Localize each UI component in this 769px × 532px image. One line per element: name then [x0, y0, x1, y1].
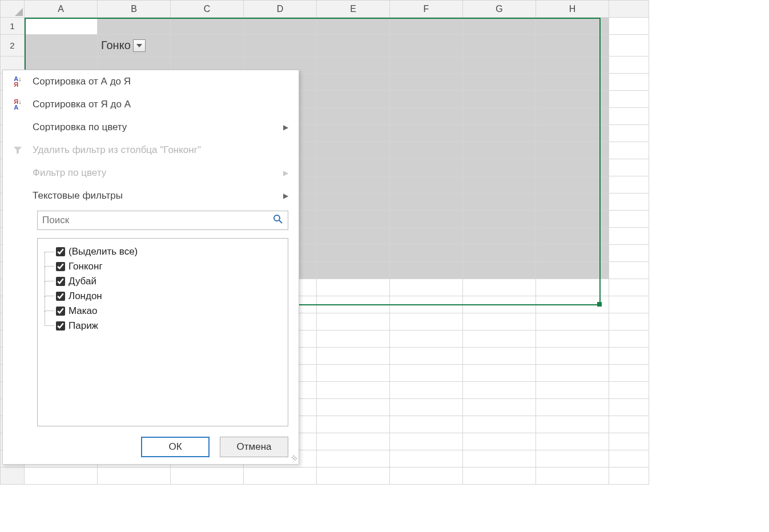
cell-b2[interactable]: Гонко [98, 35, 171, 57]
cell[interactable] [317, 176, 390, 194]
cell[interactable] [390, 467, 463, 485]
cell[interactable] [609, 35, 649, 57]
cell[interactable] [463, 433, 536, 450]
cell[interactable] [317, 245, 390, 262]
cell[interactable] [317, 91, 390, 108]
cancel-button[interactable]: Отмена [220, 437, 288, 457]
cell[interactable] [317, 74, 390, 91]
cell[interactable] [536, 194, 609, 211]
filter-values-panel[interactable]: (Выделить все) Гонконг Дубай Лондон Мака… [37, 238, 288, 426]
cell[interactable] [317, 142, 390, 159]
cell[interactable] [25, 18, 98, 35]
cell[interactable] [390, 194, 463, 211]
cell[interactable] [390, 18, 463, 35]
cell[interactable] [390, 399, 463, 416]
cell[interactable] [609, 91, 649, 108]
cell[interactable] [463, 57, 536, 74]
cell[interactable] [25, 35, 98, 57]
cell[interactable] [463, 159, 536, 176]
checkbox[interactable] [56, 321, 65, 331]
filter-search-box[interactable] [37, 211, 288, 230]
cell[interactable] [609, 108, 649, 125]
cell[interactable] [609, 194, 649, 211]
row-header[interactable]: 2 [1, 35, 25, 57]
cell[interactable] [609, 176, 649, 194]
cell[interactable] [390, 416, 463, 433]
cell[interactable] [463, 245, 536, 262]
cell[interactable] [536, 245, 609, 262]
cell[interactable] [390, 245, 463, 262]
cell[interactable] [609, 57, 649, 74]
cell[interactable] [317, 194, 390, 211]
row-header[interactable]: 1 [1, 18, 25, 35]
cell[interactable] [609, 159, 649, 176]
cell[interactable] [317, 416, 390, 433]
cell[interactable] [463, 18, 536, 35]
cell[interactable] [463, 176, 536, 194]
cell[interactable] [463, 348, 536, 365]
cell[interactable] [390, 262, 463, 279]
col-header[interactable]: D [244, 1, 317, 18]
cell[interactable] [390, 74, 463, 91]
cell[interactable] [536, 57, 609, 74]
cell[interactable] [609, 262, 649, 279]
cell[interactable] [463, 228, 536, 245]
cell[interactable] [536, 399, 609, 416]
cell[interactable] [609, 467, 649, 485]
cell[interactable] [536, 159, 609, 176]
cell[interactable] [463, 211, 536, 228]
cell[interactable] [317, 262, 390, 279]
cell[interactable] [317, 433, 390, 450]
cell[interactable] [463, 399, 536, 416]
cell[interactable] [609, 331, 649, 348]
cell[interactable] [244, 18, 317, 35]
cell[interactable] [609, 74, 649, 91]
cell[interactable] [463, 279, 536, 296]
cell[interactable] [463, 108, 536, 125]
cell[interactable] [317, 35, 390, 57]
cell[interactable] [609, 313, 649, 331]
cell[interactable] [244, 467, 317, 485]
cell[interactable] [463, 91, 536, 108]
cell[interactable] [536, 176, 609, 194]
cell[interactable] [171, 467, 244, 485]
cell[interactable] [390, 57, 463, 74]
cell[interactable] [609, 365, 649, 382]
cell[interactable] [609, 279, 649, 296]
cell[interactable] [536, 125, 609, 142]
cell[interactable] [536, 296, 609, 313]
cell[interactable] [317, 108, 390, 125]
filter-item[interactable]: Лондон [42, 289, 283, 304]
cell[interactable] [536, 211, 609, 228]
cell[interactable] [390, 142, 463, 159]
cell[interactable] [463, 382, 536, 399]
cell[interactable] [390, 331, 463, 348]
sort-by-color[interactable]: Сортировка по цвету ▶ [3, 116, 299, 139]
cell[interactable] [463, 365, 536, 382]
cell[interactable] [390, 433, 463, 450]
cell[interactable] [536, 108, 609, 125]
cell[interactable] [317, 382, 390, 399]
cell[interactable] [463, 142, 536, 159]
cell[interactable] [317, 331, 390, 348]
filter-item[interactable]: Гонконг [42, 259, 283, 274]
checkbox[interactable] [56, 307, 65, 316]
filter-dropdown-button[interactable] [133, 39, 146, 52]
cell[interactable] [463, 35, 536, 57]
ok-button[interactable]: ОК [141, 437, 210, 457]
cell[interactable] [463, 194, 536, 211]
cell[interactable] [390, 35, 463, 57]
cell[interactable] [171, 18, 244, 35]
cell[interactable] [609, 245, 649, 262]
cell[interactable] [390, 382, 463, 399]
cell[interactable] [390, 228, 463, 245]
cell[interactable] [536, 450, 609, 467]
cell[interactable] [609, 433, 649, 450]
checkbox[interactable] [56, 277, 65, 286]
cell[interactable] [463, 74, 536, 91]
cell[interactable] [390, 211, 463, 228]
cell[interactable] [463, 450, 536, 467]
cell[interactable] [25, 467, 98, 485]
cell[interactable] [317, 399, 390, 416]
cell[interactable] [463, 313, 536, 331]
